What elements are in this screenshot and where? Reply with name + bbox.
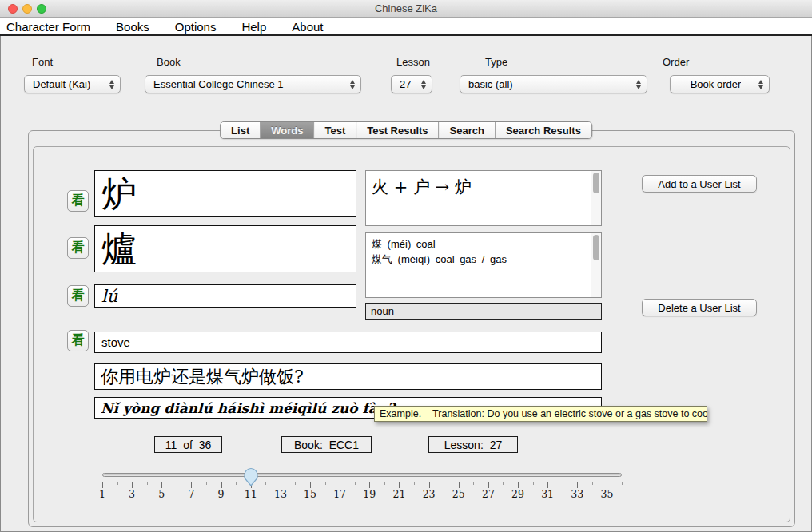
slider-tick [399, 482, 400, 488]
word-slider-track[interactable] [102, 473, 622, 477]
slider-tick [488, 482, 489, 488]
hanzi-simplified-field[interactable]: 炉 [94, 170, 356, 217]
slider-tick [622, 482, 623, 485]
lesson-label: Lesson [396, 56, 430, 68]
add-to-user-list-button[interactable]: Add to a User List [642, 175, 757, 193]
slider-tick [547, 482, 548, 488]
slider-tick [577, 482, 578, 488]
tooltip-translation: Translation: Do you use an electric stov… [432, 408, 707, 419]
english-field[interactable]: stove [94, 332, 602, 353]
slider-tick-label: 9 [218, 488, 225, 500]
slider-tick [132, 482, 133, 488]
example-pinyin-text: Nǐ yòng diànlú háishì méiqìlú zuò fàn? [95, 400, 395, 416]
look-english-button[interactable]: 看 [67, 330, 89, 351]
slider-tick [592, 482, 593, 485]
look-simplified-button[interactable]: 看 [67, 190, 89, 212]
slider-tick [429, 482, 430, 488]
slider-tick [340, 482, 340, 488]
order-select[interactable]: Book order [670, 75, 770, 93]
slider-tick-label: 5 [158, 488, 165, 500]
slider-tick-label: 1 [99, 488, 105, 500]
slider-tick-label: 19 [363, 488, 376, 500]
slider-tick-label: 15 [304, 488, 316, 500]
menu-options[interactable]: Options [175, 20, 217, 34]
pinyin-text: lú [95, 287, 117, 306]
type-select-value: basic (all) [468, 78, 513, 90]
slider-tick [102, 482, 103, 488]
tab-test-results[interactable]: Test Results [356, 122, 438, 138]
related-word-line: 煤 (méi) coal [366, 236, 591, 252]
app-window: { "window": { "title": "Chinese ZiKa" },… [0, 0, 812, 532]
font-select-value: Default (Kai) [33, 78, 90, 90]
slider-tick [473, 482, 474, 485]
slider-tick [607, 482, 607, 488]
slider-tick [265, 482, 266, 485]
lesson-indicator: Lesson: 27 [428, 436, 518, 453]
order-select-value: Book order [691, 78, 742, 90]
book-indicator: Book: ECC1 [281, 436, 372, 453]
book-select[interactable]: Essential College Chinese 1 [145, 75, 361, 93]
hanzi-traditional-field[interactable]: 爐 [94, 225, 356, 272]
slider-tick [147, 482, 148, 485]
slider-tick-labels: 1357911131517192123252729313335 [102, 488, 622, 501]
composition-scrollbar[interactable] [591, 171, 601, 225]
position-indicator: 11 of 36 [154, 436, 222, 453]
slider-tick-label: 13 [274, 488, 287, 500]
tab-search-results[interactable]: Search Results [495, 122, 591, 138]
tab-list[interactable]: List [221, 122, 260, 138]
slider-tick [236, 482, 237, 485]
tab-bar: ListWordsTestTest ResultsSearchSearch Re… [220, 121, 592, 139]
slider-tick [444, 482, 444, 485]
book-select-value: Essential College Chinese 1 [153, 78, 284, 90]
slider-tick-label: 21 [392, 488, 405, 500]
hanzi-simplified-text: 炉 [95, 177, 137, 212]
scrollbar-thumb[interactable] [593, 173, 599, 193]
slider-tick [310, 482, 311, 488]
word-slider-thumb[interactable] [243, 467, 259, 487]
tab-test[interactable]: Test [313, 122, 356, 138]
look-traditional-button[interactable]: 看 [67, 237, 89, 259]
order-label: Order [663, 56, 689, 68]
menu-help[interactable]: Help [241, 20, 266, 34]
stepper-arrows-icon [421, 80, 426, 89]
related-words-area[interactable]: 煤 (méi) coal煤气 (méiqì) coal gas / gas [365, 232, 602, 298]
related-word-line: 煤气 (méiqì) coal gas / gas [366, 252, 591, 267]
slider-tick-label: 33 [571, 488, 583, 500]
slider-tick [369, 482, 370, 488]
menu-character-form[interactable]: Character Form [6, 20, 90, 34]
slider-tick [206, 482, 207, 485]
menu-about[interactable]: About [292, 20, 323, 34]
menu-books[interactable]: Books [116, 20, 149, 34]
slider-tick-label: 3 [129, 488, 135, 500]
window-title: Chinese ZiKa [0, 2, 812, 14]
slider-tick-label: 7 [188, 488, 194, 500]
scrollbar-thumb[interactable] [593, 235, 599, 260]
related-words-scrollbar[interactable] [591, 233, 601, 297]
lesson-select[interactable]: 27 [391, 75, 432, 93]
look-pinyin-button[interactable]: 看 [67, 285, 89, 307]
slider-tick-label: 17 [333, 488, 346, 500]
example-tooltip: Example. Translation: Do you use an elec… [374, 406, 707, 422]
part-of-speech-text: noun [371, 305, 394, 317]
slider-tick [518, 482, 519, 488]
example-hanzi-field[interactable]: 你用电炉还是煤气炉做饭? [94, 363, 602, 390]
tab-words[interactable]: Words [260, 122, 313, 138]
slider-tick-label: 35 [600, 488, 613, 500]
composition-area[interactable]: 火 + 户 → 炉 [365, 170, 602, 226]
lesson-select-value: 27 [400, 78, 411, 90]
stepper-arrows-icon [758, 80, 763, 89]
slider-tick [384, 482, 385, 485]
type-select[interactable]: basic (all) [460, 75, 647, 93]
slider-tick [459, 482, 460, 488]
pinyin-field[interactable]: lú [94, 284, 356, 308]
delete-user-list-button[interactable]: Delete a User List [642, 299, 757, 316]
stepper-arrows-icon [350, 80, 355, 89]
slider-tick [221, 482, 222, 488]
font-label: Font [32, 56, 53, 68]
slider-tick-label: 11 [245, 488, 257, 500]
example-hanzi-text: 你用电炉还是煤气炉做饭? [95, 365, 304, 389]
font-select[interactable]: Default (Kai) [24, 75, 121, 93]
tab-search[interactable]: Search [439, 122, 495, 138]
english-text: stove [95, 335, 130, 349]
slider-tick [117, 482, 118, 485]
